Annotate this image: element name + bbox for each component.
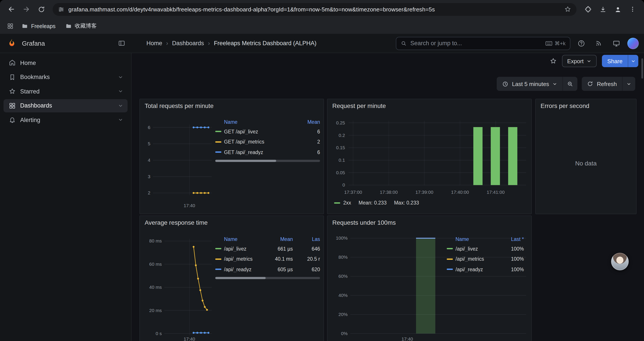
panel-total-requests[interactable]: Total requests per minute 6543217:40 Nam… [140,99,324,214]
breadcrumb-separator: › [208,40,210,47]
legend-header[interactable]: Last * [500,237,524,242]
forward-button[interactable] [19,2,33,16]
legend-row[interactable]: /api/_readyz100% [447,264,524,274]
breadcrumb-dashboards[interactable]: Dashboards [172,40,204,47]
legend-scrollbar[interactable] [215,160,320,162]
assistant-avatar[interactable] [611,253,629,270]
share-button[interactable]: Share [602,55,628,67]
legend-value: 661 µs [269,246,293,251]
svg-text:100%: 100% [336,235,348,240]
breadcrumb-home[interactable]: Home [146,40,162,47]
bookmark-item-freeleaps[interactable]: Freeleaps [18,21,59,31]
chevron-down-icon[interactable] [118,74,123,80]
refresh-icon [587,81,593,87]
keyboard-icon [545,41,552,46]
legend-scrollbar[interactable] [215,277,320,279]
scrollbar-thumb[interactable] [641,58,643,79]
bookmark-item-blogs[interactable]: 收藏博客 [62,21,100,32]
legend-row[interactable]: /api/_readyz605 µs620 [215,264,320,274]
apps-grid-icon[interactable] [5,23,15,30]
sidebar-item-home[interactable]: Home [4,56,128,69]
grafana-logo[interactable] [7,38,17,48]
bookmark-icon [9,74,16,81]
search-placeholder: Search or jump to... [410,40,462,47]
address-bar[interactable]: grafana.mathmast.com/d/deytv4rwavabkb/fr… [52,3,576,16]
folder-icon [65,23,72,30]
legend-row[interactable]: GET /api/_readyz6 [215,147,320,157]
bookmark-star-icon[interactable] [564,6,571,13]
svg-text:17:41:00: 17:41:00 [486,190,504,195]
sidebar-toggle-icon[interactable] [118,40,126,47]
mega-menu: Home Bookmarks Starred [0,53,132,341]
time-range-picker[interactable]: Last 5 minutes [497,77,563,91]
legend-value: 6 [300,129,320,134]
legend-row[interactable]: GET /api/_metrics2 [215,137,320,147]
panel-title[interactable]: Errors per second [540,102,590,109]
legend-value: 6 [300,150,320,155]
sidebar-item-alerting[interactable]: Alerting [4,113,128,126]
favorite-star-icon[interactable] [550,58,556,65]
sidebar-item-starred[interactable]: Starred [4,85,128,98]
chevron-down-icon[interactable] [118,89,123,94]
refresh-interval-button[interactable] [622,77,635,91]
news-rss-icon[interactable] [592,37,605,50]
legend-header[interactable]: Mean [300,119,320,125]
legend-value: 20.5 r [293,256,320,262]
sidebar-item-dashboards[interactable]: Dashboards [4,99,128,112]
sidebar-item-label: Bookmarks [20,74,50,80]
sidebar-item-label: Home [20,60,36,66]
extensions-icon[interactable] [581,2,595,16]
reload-button[interactable] [34,2,48,16]
sidebar-item-bookmarks[interactable]: Bookmarks [4,71,128,84]
monitor-icon[interactable] [610,37,622,50]
export-button[interactable]: Export [562,55,597,67]
zoom-out-button[interactable] [563,77,578,91]
chevron-down-icon[interactable] [118,103,123,108]
browser-menu-icon[interactable] [626,2,640,16]
back-button[interactable] [4,2,18,16]
breadcrumb-current: Freeleaps Metrics Dashboard (ALPHA) [214,40,316,47]
legend-row[interactable]: /api/_livez661 µs646 [215,244,320,254]
panel-average-response-time[interactable]: Average response time 80 ms60 ms40 ms20 … [140,215,324,341]
svg-text:17:40: 17:40 [184,336,195,341]
panel-requests-under-100ms[interactable]: Requests under 100ms 100%80%60%40%20%0%1… [327,215,532,341]
panel-request-per-minute[interactable]: Request per minute 0.250.20.150.10.05017… [327,99,532,214]
legend-value: 100% [500,256,524,262]
chevron-down-icon[interactable] [118,117,123,122]
bookmark-label: Freeleaps [31,23,56,29]
grafana-header: Grafana Home › Dashboards › Freeleaps Me… [0,34,644,53]
profile-icon[interactable] [611,2,625,16]
series-color-icon [215,258,222,260]
legend-header[interactable]: Name [215,237,269,242]
svg-text:40 ms: 40 ms [149,285,162,290]
legend-header[interactable]: Name [447,237,500,242]
user-avatar[interactable] [627,38,639,49]
legend-row[interactable]: /api/_metrics40.1 ms20.5 r [215,254,320,264]
svg-text:0: 0 [342,182,345,187]
legend-row[interactable]: /api/_metrics100% [447,254,524,264]
share-menu-button[interactable] [628,55,638,67]
legend-header[interactable]: Mean [269,237,293,242]
search-input[interactable]: Search or jump to... ⌘+k [396,37,570,50]
svg-text:3: 3 [148,174,150,179]
site-info-icon[interactable] [58,6,64,13]
svg-text:80%: 80% [338,254,348,260]
panel-errors-per-second[interactable]: Errors per second No data [535,99,636,214]
search-icon [401,40,407,46]
legend-row[interactable]: GET /api/_livez6 [215,126,320,137]
legend-row[interactable]: /api/_livez100% [447,244,524,254]
svg-text:0.2: 0.2 [339,133,345,138]
series-color-icon [447,258,453,260]
downloads-icon[interactable] [596,2,610,16]
refresh-button[interactable]: Refresh [582,77,622,91]
legend-header[interactable]: Name [215,119,300,125]
legend-value: 620 [293,267,320,272]
chevron-down-icon [587,59,592,63]
legend-item-2xx[interactable]: 2xx Mean: 0.233 Max: 0.233 [334,200,419,205]
legend-header[interactable]: Las [293,237,320,242]
chevron-down-icon [552,81,558,86]
zoom-out-icon [567,81,574,87]
help-icon[interactable] [575,37,588,50]
svg-text:0.1: 0.1 [339,158,345,163]
svg-text:17:40:00: 17:40:00 [451,190,469,195]
